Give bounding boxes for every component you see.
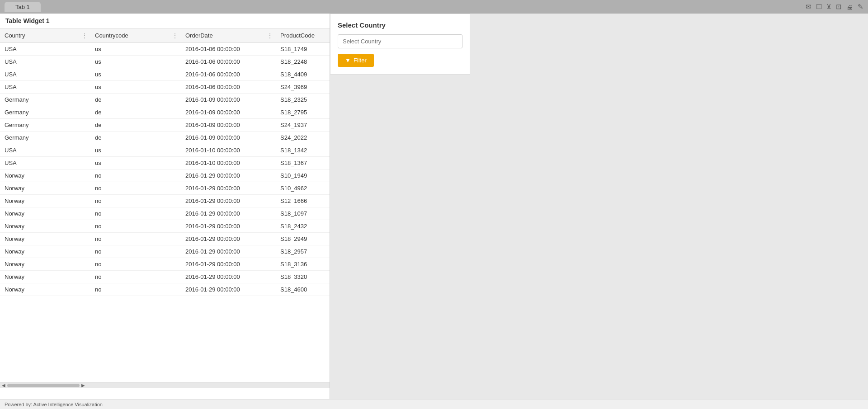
cell-countrycode: de: [90, 132, 181, 144]
print-icon[interactable]: 🖨: [846, 3, 853, 11]
table-row: Norwayno2016-01-29 00:00:00S18_2949: [0, 233, 330, 245]
cell-productcode: S18_1749: [276, 43, 330, 56]
cell-productcode: S12_1666: [276, 195, 330, 207]
cell-countrycode: no: [90, 220, 181, 233]
table-row: Norwayno2016-01-29 00:00:00S10_1949: [0, 169, 330, 182]
table-row: Norwayno2016-01-29 00:00:00S18_2432: [0, 220, 330, 233]
table-row: Germanyde2016-01-09 00:00:00S18_2795: [0, 106, 330, 119]
cell-productcode: S24_2022: [276, 132, 330, 144]
filter-icon[interactable]: ⊻: [826, 3, 831, 11]
cell-orderdate: 2016-01-29 00:00:00: [181, 195, 276, 207]
scroll-thumb[interactable]: [7, 384, 80, 387]
table-row: Norwayno2016-01-29 00:00:00S12_1666: [0, 195, 330, 207]
main-area: Table Widget 1 Country ⋮: [0, 14, 868, 399]
cell-productcode: S18_4600: [276, 283, 330, 296]
scroll-area[interactable]: Country ⋮ Countrycode ⋮ OrderDate ⋮: [0, 28, 330, 382]
comment-icon[interactable]: ☐: [816, 3, 822, 11]
email-icon[interactable]: ✉: [806, 3, 811, 11]
cell-productcode: S18_1367: [276, 157, 330, 169]
cell-country: USA: [0, 56, 90, 68]
top-bar-icons: ✉ ☐ ⊻ ⊡ 🖨 ✎: [806, 3, 863, 11]
cell-orderdate: 2016-01-29 00:00:00: [181, 182, 276, 195]
country-search-input[interactable]: [338, 34, 462, 48]
cell-country: Germany: [0, 119, 90, 132]
cell-countrycode: no: [90, 258, 181, 271]
col-menu-orderdate[interactable]: ⋮: [267, 32, 273, 39]
table-row: USAus2016-01-06 00:00:00S18_4409: [0, 68, 330, 81]
table-container: Country ⋮ Countrycode ⋮ OrderDate ⋮: [0, 28, 330, 399]
cell-orderdate: 2016-01-09 00:00:00: [181, 106, 276, 119]
cell-productcode: S18_2949: [276, 233, 330, 245]
cell-countrycode: de: [90, 119, 181, 132]
tab-label[interactable]: Tab 1: [5, 2, 41, 12]
cell-orderdate: 2016-01-29 00:00:00: [181, 258, 276, 271]
cell-orderdate: 2016-01-10 00:00:00: [181, 157, 276, 169]
footer-text: Powered by: Active Intelligence Visualiz…: [5, 402, 103, 407]
filter-panel-title: Select Country: [338, 21, 462, 29]
cell-country: Germany: [0, 106, 90, 119]
col-menu-countrycode[interactable]: ⋮: [172, 32, 178, 39]
edit-icon[interactable]: ✎: [858, 3, 863, 11]
cell-productcode: S10_1949: [276, 169, 330, 182]
filter-funnel-icon: ▼: [345, 57, 351, 64]
cell-countrycode: us: [90, 157, 181, 169]
cell-country: Norway: [0, 245, 90, 258]
cell-country: USA: [0, 144, 90, 157]
table-row: USAus2016-01-10 00:00:00S18_1342: [0, 144, 330, 157]
col-header-country[interactable]: Country ⋮: [0, 28, 90, 43]
cell-countrycode: no: [90, 283, 181, 296]
cell-countrycode: de: [90, 106, 181, 119]
cell-productcode: S18_3320: [276, 271, 330, 283]
col-header-orderdate[interactable]: OrderDate ⋮: [181, 28, 276, 43]
cell-orderdate: 2016-01-09 00:00:00: [181, 94, 276, 106]
table-row: Norwayno2016-01-29 00:00:00S18_4600: [0, 283, 330, 296]
bookmark-icon[interactable]: ⊡: [836, 3, 842, 11]
cell-productcode: S24_3969: [276, 81, 330, 94]
horizontal-scrollbar[interactable]: ◀ ▶: [0, 382, 330, 388]
cell-countrycode: no: [90, 195, 181, 207]
scroll-right-arrow[interactable]: ▶: [81, 383, 85, 388]
cell-country: USA: [0, 68, 90, 81]
cell-productcode: S18_2795: [276, 106, 330, 119]
cell-country: Norway: [0, 283, 90, 296]
cell-productcode: S18_3136: [276, 258, 330, 271]
table-row: Germanyde2016-01-09 00:00:00S24_1937: [0, 119, 330, 132]
cell-countrycode: us: [90, 56, 181, 68]
cell-productcode: S18_1342: [276, 144, 330, 157]
col-header-productcode[interactable]: ProductCode: [276, 28, 330, 43]
cell-orderdate: 2016-01-06 00:00:00: [181, 81, 276, 94]
cell-country: Norway: [0, 207, 90, 220]
cell-country: Norway: [0, 233, 90, 245]
cell-orderdate: 2016-01-29 00:00:00: [181, 283, 276, 296]
cell-productcode: S18_2325: [276, 94, 330, 106]
cell-country: Norway: [0, 271, 90, 283]
table-body: USAus2016-01-06 00:00:00S18_1749USAus201…: [0, 43, 330, 296]
cell-productcode: S18_1097: [276, 207, 330, 220]
table-row: USAus2016-01-06 00:00:00S24_3969: [0, 81, 330, 94]
cell-orderdate: 2016-01-29 00:00:00: [181, 169, 276, 182]
widget-title: Table Widget 1: [0, 14, 330, 28]
cell-country: Germany: [0, 94, 90, 106]
cell-productcode: S18_2957: [276, 245, 330, 258]
cell-productcode: S24_1937: [276, 119, 330, 132]
cell-orderdate: 2016-01-29 00:00:00: [181, 245, 276, 258]
data-table: Country ⋮ Countrycode ⋮ OrderDate ⋮: [0, 28, 330, 296]
cell-countrycode: us: [90, 81, 181, 94]
col-menu-country[interactable]: ⋮: [81, 32, 88, 39]
table-row: USAus2016-01-06 00:00:00S18_2248: [0, 56, 330, 68]
cell-orderdate: 2016-01-06 00:00:00: [181, 56, 276, 68]
cell-countrycode: no: [90, 271, 181, 283]
cell-orderdate: 2016-01-29 00:00:00: [181, 233, 276, 245]
cell-country: USA: [0, 157, 90, 169]
col-header-countrycode[interactable]: Countrycode ⋮: [90, 28, 181, 43]
filter-panel: Select Country ▼ Filter: [330, 14, 470, 75]
table-row: Norwayno2016-01-29 00:00:00S18_2957: [0, 245, 330, 258]
footer: Powered by: Active Intelligence Visualiz…: [0, 399, 868, 409]
scroll-left-arrow[interactable]: ◀: [2, 383, 5, 388]
cell-countrycode: no: [90, 207, 181, 220]
cell-orderdate: 2016-01-29 00:00:00: [181, 220, 276, 233]
filter-button[interactable]: ▼ Filter: [338, 54, 374, 67]
cell-countrycode: us: [90, 68, 181, 81]
table-row: Germanyde2016-01-09 00:00:00S18_2325: [0, 94, 330, 106]
cell-country: Norway: [0, 195, 90, 207]
